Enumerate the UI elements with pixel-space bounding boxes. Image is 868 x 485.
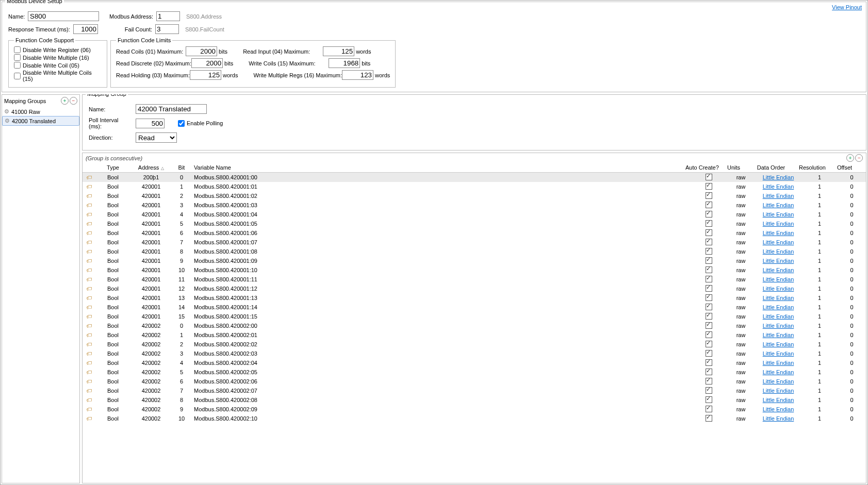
col-resolution[interactable]: Resolution [794, 163, 830, 172]
col-auto-create[interactable]: Auto Create? [683, 163, 719, 172]
group-name-input[interactable] [136, 104, 207, 114]
cell-address[interactable]: 420001 [131, 239, 171, 245]
table-row[interactable]: 🏷Bool4200018Modbus.S800.420001:08rawLitt… [83, 247, 866, 256]
auto-create-checkbox[interactable] [706, 406, 712, 412]
cell-address[interactable]: 420002 [131, 332, 171, 338]
data-order-link[interactable]: Little Endian [763, 397, 794, 403]
data-order-link[interactable]: Little Endian [763, 313, 794, 320]
write-coils-max-input[interactable] [329, 58, 360, 68]
data-order-link[interactable]: Little Endian [763, 304, 794, 310]
auto-create-checkbox[interactable] [706, 220, 712, 227]
direction-select[interactable]: Read [136, 132, 177, 143]
table-row[interactable]: 🏷Bool4200012Modbus.S800.420001:02rawLitt… [83, 191, 866, 200]
col-type[interactable]: Type [95, 163, 131, 172]
read-coils-max-input[interactable] [186, 46, 217, 56]
table-row[interactable]: 🏷Bool4200021Modbus.S800.420002:01rawLitt… [83, 330, 866, 340]
cell-address[interactable]: 420001 [131, 258, 171, 264]
cell-address[interactable]: 420001 [131, 193, 171, 199]
table-row[interactable]: 🏷Bool4200027Modbus.S800.420002:07rawLitt… [83, 386, 866, 395]
grid-body[interactable]: 🏷Bool200þ10Modbus.S800.420001:00rawLittl… [83, 173, 866, 483]
table-row[interactable]: 🏷Bool4200016Modbus.S800.420001:06rawLitt… [83, 228, 866, 238]
fail-count-input[interactable] [155, 24, 179, 34]
table-row[interactable]: 🏷Bool4200014Modbus.S800.420001:04rawLitt… [83, 210, 866, 219]
table-row[interactable]: 🏷Bool4200013Modbus.S800.420001:03rawLitt… [83, 200, 866, 210]
cell-address[interactable]: 420002 [131, 378, 171, 384]
read-discrete-max-input[interactable] [191, 58, 223, 68]
data-order-link[interactable]: Little Endian [763, 295, 794, 301]
data-order-link[interactable]: Little Endian [763, 378, 794, 384]
data-order-link[interactable]: Little Endian [763, 174, 794, 180]
remove-row-button[interactable]: − [855, 154, 863, 162]
col-offset[interactable]: Offset [830, 163, 859, 172]
col-variable[interactable]: Variable Name [192, 163, 683, 172]
table-row[interactable]: 🏷Bool42000111Modbus.S800.420001:11rawLit… [83, 275, 866, 284]
data-order-link[interactable]: Little Endian [763, 239, 794, 245]
table-row[interactable]: 🏷Bool4200023Modbus.S800.420002:03rawLitt… [83, 349, 866, 358]
table-row[interactable]: 🏷Bool4200020Modbus.S800.420002:00rawLitt… [83, 321, 866, 330]
mapping-group-item[interactable]: ⚙42000 Translated [2, 116, 79, 126]
read-input-max-input[interactable] [323, 46, 354, 56]
data-order-link[interactable]: Little Endian [763, 276, 794, 282]
table-row[interactable]: 🏷Bool4200015Modbus.S800.420001:05rawLitt… [83, 219, 866, 228]
data-order-link[interactable]: Little Endian [763, 360, 794, 366]
cell-address[interactable]: 420002 [131, 397, 171, 403]
cell-address[interactable]: 420001 [131, 286, 171, 292]
data-order-link[interactable]: Little Endian [763, 248, 794, 255]
cell-address[interactable]: 420002 [131, 406, 171, 412]
auto-create-checkbox[interactable] [706, 387, 712, 394]
auto-create-checkbox[interactable] [706, 211, 712, 218]
table-row[interactable]: 🏷Bool4200019Modbus.S800.420001:09rawLitt… [83, 256, 866, 265]
table-row[interactable]: 🏷Bool4200028Modbus.S800.420002:08rawLitt… [83, 395, 866, 405]
auto-create-checkbox[interactable] [706, 248, 712, 255]
cell-address[interactable]: 420001 [131, 313, 171, 320]
auto-create-checkbox[interactable] [706, 350, 712, 357]
auto-create-checkbox[interactable] [706, 378, 712, 384]
table-row[interactable]: 🏷Bool4200024Modbus.S800.420002:04rawLitt… [83, 358, 866, 367]
enable-polling-checkbox[interactable] [178, 120, 185, 127]
data-order-link[interactable]: Little Endian [763, 369, 794, 375]
auto-create-checkbox[interactable] [706, 257, 712, 264]
add-row-button[interactable]: + [846, 154, 854, 162]
auto-create-checkbox[interactable] [706, 183, 712, 190]
data-order-link[interactable]: Little Endian [763, 183, 794, 190]
cell-address[interactable]: 420001 [131, 304, 171, 310]
data-order-link[interactable]: Little Endian [763, 286, 794, 292]
data-order-link[interactable]: Little Endian [763, 258, 794, 264]
col-address[interactable]: Address△ [131, 163, 171, 172]
view-pinout-link[interactable]: View Pinout [832, 4, 862, 10]
cell-address[interactable]: 420001 [131, 267, 171, 273]
table-row[interactable]: 🏷Bool42000112Modbus.S800.420001:12rawLit… [83, 284, 866, 293]
col-data-order[interactable]: Data Order [748, 163, 794, 172]
table-row[interactable]: 🏷Bool42000114Modbus.S800.420001:14rawLit… [83, 303, 866, 312]
col-units[interactable]: Units [719, 163, 748, 172]
cell-address[interactable]: 420001 [131, 276, 171, 282]
auto-create-checkbox[interactable] [706, 266, 712, 273]
auto-create-checkbox[interactable] [706, 276, 712, 282]
table-row[interactable]: 🏷Bool4200026Modbus.S800.420002:06rawLitt… [83, 377, 866, 386]
add-group-button[interactable]: + [61, 97, 69, 105]
cell-address[interactable]: 420001 [131, 221, 171, 227]
data-order-link[interactable]: Little Endian [763, 193, 794, 199]
table-row[interactable]: 🏷Bool4200017Modbus.S800.420001:07rawLitt… [83, 238, 866, 247]
auto-create-checkbox[interactable] [706, 396, 712, 403]
support-checkbox[interactable] [14, 46, 21, 53]
data-order-link[interactable]: Little Endian [763, 388, 794, 394]
table-row[interactable]: 🏷Bool4200022Modbus.S800.420002:02rawLitt… [83, 340, 866, 349]
auto-create-checkbox[interactable] [706, 322, 712, 329]
write-multi-max-input[interactable] [342, 70, 373, 80]
modbus-address-input[interactable] [156, 11, 180, 21]
auto-create-checkbox[interactable] [706, 359, 712, 366]
table-row[interactable]: 🏷Bool42000110Modbus.S800.420001:10rawLit… [83, 265, 866, 275]
cell-address[interactable]: 420002 [131, 369, 171, 375]
cell-address[interactable]: 420001 [131, 248, 171, 255]
support-checkbox[interactable] [14, 73, 21, 79]
data-order-link[interactable]: Little Endian [763, 341, 794, 347]
table-row[interactable]: 🏷Bool4200029Modbus.S800.420002:09rawLitt… [83, 405, 866, 414]
auto-create-checkbox[interactable] [706, 239, 712, 245]
mapping-group-item[interactable]: ⚙41000 Raw [2, 107, 79, 116]
cell-address[interactable]: 420001 [131, 211, 171, 218]
auto-create-checkbox[interactable] [706, 174, 712, 180]
data-order-link[interactable]: Little Endian [763, 350, 794, 357]
data-order-link[interactable]: Little Endian [763, 221, 794, 227]
auto-create-checkbox[interactable] [706, 313, 712, 320]
